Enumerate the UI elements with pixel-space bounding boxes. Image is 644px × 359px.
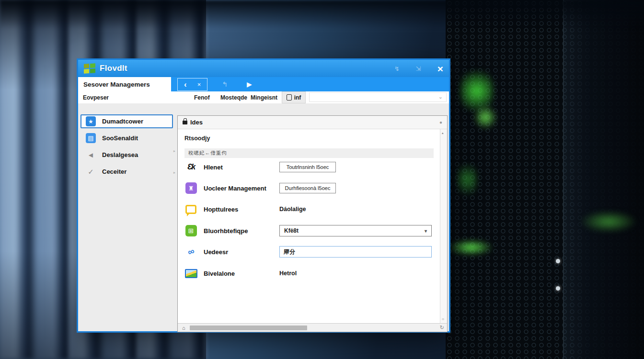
cancel-icon[interactable]: × — [197, 81, 201, 88]
tab-strip: Sesover Managemers ‹ × ↰ ▶ — [78, 77, 449, 91]
sidebar-item-label: Ceceiter — [102, 168, 126, 175]
screenshot-root: Flovdlt ↯ ⇲ × Sesover Managemers ‹ × ↰ ▶… — [0, 0, 644, 359]
image-icon — [185, 269, 197, 278]
green-led-glow — [474, 103, 496, 132]
bluorhbtefiqpe-dropdown[interactable]: Kfė8t ▾ — [279, 225, 432, 236]
settings-row-bivelalone: Bivelalone Hetrol — [184, 266, 433, 280]
window-title: Flovdlt — [100, 64, 127, 73]
row-label: Bivelalone — [204, 270, 279, 277]
plug-icon: ◄ — [86, 150, 96, 160]
panel-body: Rtsoodjy 稅嗯妃←僧重伨 Ɛk Hlenet Toutrlnsninh … — [178, 129, 447, 323]
settings-row-hopttulrees: Hopttulrees Dáolalige — [184, 202, 433, 216]
hopttulrees-value: Dáolalige — [279, 206, 306, 213]
panel-subtitle: Rtsoodjy — [184, 135, 210, 142]
app-window: Flovdlt ↯ ⇲ × Sesover Managemers ‹ × ↰ ▶… — [77, 58, 450, 333]
section-label: 稅嗯妃←僧重伨 — [188, 150, 227, 157]
dropdown-value: Kfė8t — [284, 227, 299, 234]
sidebar-item-ceceiter[interactable]: ✓ Ceceiter — [80, 165, 173, 179]
tab-server-managers[interactable]: Sesover Managemers — [78, 77, 171, 91]
comment-icon — [185, 205, 196, 214]
menubar: Eovpeser Fenof Mosteqde Mingeisnt inf ⌄ — [78, 91, 449, 104]
chevron-down-icon: ▾ — [425, 228, 427, 234]
dark-pillar-background — [563, 0, 644, 359]
row-label: Hopttulrees — [204, 206, 279, 213]
pen-icon: Ɛk — [187, 163, 195, 171]
refresh-icon[interactable]: ↻ — [440, 325, 444, 331]
green-led-glow — [458, 158, 477, 201]
settings-row-uedeesr: ∞ Uedeesr — [184, 245, 433, 259]
nav-button-group: ‹ × — [177, 78, 207, 91]
tab-label: Sesover Managemers — [83, 81, 150, 88]
uocleer-action-button[interactable]: Durhfiesoonà l5oec — [279, 183, 336, 193]
row-label: Hlenet — [204, 164, 279, 171]
link-icon: ∞ — [186, 246, 196, 258]
sidebar-item-label: Dumadtcower — [102, 118, 143, 125]
vertical-scrollbar[interactable]: ▴ ○ — [440, 129, 447, 323]
home-icon[interactable]: ⌂ — [182, 325, 185, 331]
network-icon: ⊞ — [185, 225, 197, 236]
inf-label: inf — [294, 94, 301, 101]
titlebar[interactable]: Flovdlt ↯ ⇲ × — [78, 60, 449, 77]
panel-screw-dot — [556, 259, 560, 263]
apps-icon: ♜ — [185, 182, 197, 194]
checkbox-icon — [287, 94, 292, 101]
settings-row-hlenet: Ɛk Hlenet Toutrlnsninh l5oec — [184, 160, 433, 174]
sidebar-item-dumadtcower[interactable]: ★ Dumadtcower — [80, 114, 173, 128]
hlenet-action-button[interactable]: Toutrlnsninh l5oec — [279, 162, 336, 172]
uedeesr-input[interactable] — [279, 246, 432, 258]
panel-options-icon[interactable]: ● — [439, 120, 442, 125]
settings-row-uocleer-management: ♜ Uocleer Management Durhfiesoonà l5oec — [184, 181, 433, 195]
menu-item-mingeisnt[interactable]: Mingeisnt — [251, 91, 277, 103]
menu-item-eovpeser[interactable]: Eovpeser — [83, 91, 109, 103]
background-top-shadow — [0, 0, 644, 29]
sidebar-item-deslalgesea[interactable]: ◄ Deslalgesea — [80, 148, 173, 162]
divider-tick: ▸ — [173, 170, 176, 175]
star-icon: ★ — [86, 116, 96, 126]
green-led-glow — [448, 239, 494, 256]
green-led-glow — [580, 211, 637, 233]
menu-item-mosteqde[interactable]: Mosteqde — [220, 91, 247, 103]
section-header: 稅嗯妃←僧重伨 — [184, 148, 434, 158]
chevron-down-icon[interactable]: ⌄ — [438, 94, 443, 100]
settings-row-bluorhbtefiqpe: ⊞ Bluorhbtefiqpe Kfė8t ▾ — [184, 224, 433, 238]
lock-icon — [183, 121, 187, 124]
windows-logo-icon — [84, 63, 95, 74]
sidebar-item-soosenaldit[interactable]: ▤ SooSenaldit — [80, 131, 173, 145]
back-icon[interactable]: ‹ — [184, 80, 187, 89]
titlebar-ghost-icon-2[interactable]: ⇲ — [416, 65, 421, 72]
divider-tick: ▸ — [173, 149, 176, 153]
row-label: Uocleer Management — [204, 185, 279, 192]
menu-item-fenof[interactable]: Fenof — [194, 91, 210, 103]
panel-header: ldes ● — [178, 116, 447, 129]
horizontal-scrollbar[interactable]: ⌂ ↻ — [178, 323, 447, 332]
sidebar-item-label: SooSenaldit — [102, 135, 138, 142]
titlebar-ghost-icon-1[interactable]: ↯ — [394, 65, 400, 72]
check-icon: ✓ — [86, 167, 96, 177]
scroll-marker-icon[interactable]: ○ — [442, 317, 444, 321]
panel-title: ldes — [190, 119, 203, 126]
sidebar-item-label: Deslalgesea — [102, 151, 138, 158]
menu-item-inf[interactable]: inf — [282, 91, 306, 103]
row-label: Uedeesr — [204, 248, 279, 256]
scrollbar-thumb[interactable] — [190, 325, 307, 330]
panel-screw-dot — [556, 286, 560, 291]
bivelalone-value: Hetrol — [279, 270, 297, 277]
close-icon[interactable]: × — [437, 64, 443, 74]
send-icon[interactable]: ↰ — [222, 80, 228, 88]
row-label: Bluorhbtefiqpe — [204, 227, 279, 235]
main-panel: ldes ● Rtsoodjy 稅嗯妃←僧重伨 Ɛk Hlenet Toutrl… — [177, 115, 448, 332]
window-body: ★ Dumadtcower ▤ SooSenaldit ◄ Deslalgese… — [78, 103, 449, 331]
document-icon: ▤ — [86, 133, 96, 143]
play-icon[interactable]: ▶ — [247, 80, 252, 88]
search-combobox[interactable]: ⌄ — [309, 92, 447, 102]
scroll-up-icon[interactable]: ▴ — [442, 131, 444, 135]
